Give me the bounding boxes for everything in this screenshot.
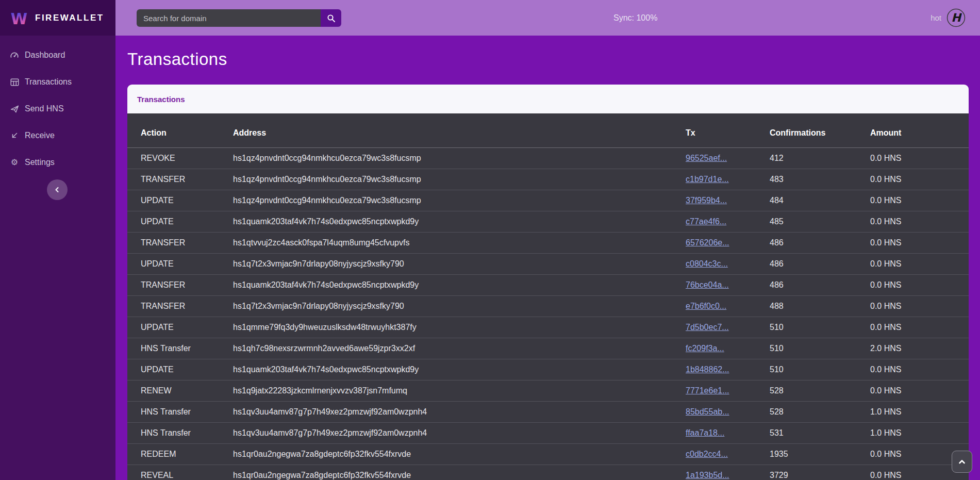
transactions-table: ActionAddressTxConfirmationsAmount REVOK… xyxy=(127,113,969,480)
cell-tx: 37f959b4... xyxy=(686,190,770,211)
table-row: TRANSFERhs1qtvvuj2zc4asck0fspa7l4uqm8umg… xyxy=(127,232,969,253)
handshake-logo-icon[interactable]: H xyxy=(946,8,966,27)
cell-action: REVOKE xyxy=(127,147,233,169)
page-title: Transactions xyxy=(127,49,980,69)
cell-tx: 76bce04a... xyxy=(686,274,770,295)
sidebar-item-receive[interactable]: Receive xyxy=(0,122,115,149)
cell-address: hs1qz4pnvdnt0ccg94nmkhcu0ezca79wc3s8fucs… xyxy=(233,169,686,190)
cell-address: hs1qr0au2ngegwa7za8gdeptc6fp32fkv554fxrv… xyxy=(233,465,686,480)
cell-address: hs1qtvvuj2zc4asck0fspa7l4uqm8umg45cfvupv… xyxy=(233,232,686,253)
cell-confirmations: 528 xyxy=(770,380,870,401)
tx-link[interactable]: 1b848862... xyxy=(686,365,729,374)
table-row: UPDATEhs1q7t2x3vmjac9n7drlapy08nyjyscjz9… xyxy=(127,253,969,274)
table-row: HNS Transferhs1qv3uu4amv87g7p7h49xez2pmz… xyxy=(127,401,969,422)
cell-confirmations: 510 xyxy=(770,317,870,338)
cell-action: TRANSFER xyxy=(127,274,233,295)
cell-amount: 0.0 HNS xyxy=(870,211,969,232)
transactions-table-wrap: ActionAddressTxConfirmationsAmount REVOK… xyxy=(127,113,969,480)
cell-amount: 0.0 HNS xyxy=(870,169,969,190)
cell-address: hs1quamk203taf4vk7h74s0edxpwc85ncptxwpkd… xyxy=(233,211,686,232)
tx-link[interactable]: fc209f3a... xyxy=(686,344,724,353)
cell-tx: 1b848862... xyxy=(686,359,770,380)
cell-confirmations: 486 xyxy=(770,232,870,253)
scroll-to-top-button[interactable] xyxy=(952,451,972,473)
cell-action: HNS Transfer xyxy=(127,422,233,443)
cell-tx: e7b6f0c0... xyxy=(686,295,770,317)
sidebar-collapse-button[interactable] xyxy=(47,179,68,200)
cell-confirmations: 528 xyxy=(770,401,870,422)
tx-link[interactable]: 96525aef... xyxy=(686,154,727,162)
cell-address: hs1qv3uu4amv87g7p7h49xez2pmzwjf92am0wzpn… xyxy=(233,422,686,443)
cell-confirmations: 510 xyxy=(770,359,870,380)
table-row: TRANSFERhs1q7t2x3vmjac9n7drlapy08nyjyscj… xyxy=(127,295,969,317)
tx-link[interactable]: c77ae4f6... xyxy=(686,217,726,226)
cell-confirmations: 486 xyxy=(770,274,870,295)
tx-link[interactable]: 7771e6e1... xyxy=(686,386,729,395)
cell-action: HNS Transfer xyxy=(127,338,233,359)
column-header-amount: Amount xyxy=(870,113,969,147)
tx-link[interactable]: c0804c3c... xyxy=(686,259,728,268)
tx-link[interactable]: c0db2cc4... xyxy=(686,450,728,458)
sidebar-nav: DashboardTransactionsSend HNSReceive⚙Set… xyxy=(0,36,115,176)
sidebar-item-send-hns[interactable]: Send HNS xyxy=(0,95,115,122)
table-row: RENEWhs1q9jatx22283jzkcmlrnenjxvvzv387js… xyxy=(127,380,969,401)
table-row: HNS Transferhs1qv3uu4amv87g7p7h49xez2pmz… xyxy=(127,422,969,443)
tx-link[interactable]: c1b97d1e... xyxy=(686,175,729,184)
cell-confirmations: 483 xyxy=(770,169,870,190)
sidebar-item-label: Dashboard xyxy=(25,51,65,60)
tx-link[interactable]: e7b6f0c0... xyxy=(686,302,726,310)
sidebar-item-label: Transactions xyxy=(25,77,72,87)
table-row: TRANSFERhs1qz4pnvdnt0ccg94nmkhcu0ezca79w… xyxy=(127,169,969,190)
cell-action: RENEW xyxy=(127,380,233,401)
chevron-up-icon xyxy=(958,458,966,466)
tx-link[interactable]: 1a193b5d... xyxy=(686,471,729,479)
cell-action: UPDATE xyxy=(127,253,233,274)
search-button[interactable] xyxy=(321,9,341,27)
wallet-menu[interactable]: hot H xyxy=(931,0,966,36)
table-row: REVOKEhs1qz4pnvdnt0ccg94nmkhcu0ezca79wc3… xyxy=(127,147,969,169)
cell-tx: ffaa7a18... xyxy=(686,422,770,443)
search-input[interactable] xyxy=(137,9,321,27)
sidebar-item-dashboard[interactable]: Dashboard xyxy=(0,42,115,69)
cell-action: UPDATE xyxy=(127,359,233,380)
chevron-left-icon xyxy=(53,186,61,194)
table-row: HNS Transferhs1qh7c98nexsrzwrmnh2avved6a… xyxy=(127,338,969,359)
cell-address: hs1quamk203taf4vk7h74s0edxpwc85ncptxwpkd… xyxy=(233,274,686,295)
cell-amount: 0.0 HNS xyxy=(870,295,969,317)
svg-text:W: W xyxy=(11,10,27,27)
tx-link[interactable]: ffaa7a18... xyxy=(686,428,724,437)
sidebar: W FIREWALLET DashboardTransactionsSend H… xyxy=(0,0,115,480)
sidebar-item-label: Send HNS xyxy=(25,104,64,113)
gear-icon: ⚙ xyxy=(10,158,19,167)
wallet-name: hot xyxy=(931,13,941,22)
transactions-table-body: REVOKEhs1qz4pnvdnt0ccg94nmkhcu0ezca79wc3… xyxy=(127,147,969,480)
card-header: Transactions xyxy=(127,85,969,113)
table-row: UPDATEhs1qz4pnvdnt0ccg94nmkhcu0ezca79wc3… xyxy=(127,190,969,211)
cell-tx: fc209f3a... xyxy=(686,338,770,359)
sidebar-item-label: Settings xyxy=(25,158,55,167)
cell-tx: 6576206e... xyxy=(686,232,770,253)
cell-amount: 0.0 HNS xyxy=(870,317,969,338)
cell-address: hs1qv3uu4amv87g7p7h49xez2pmzwjf92am0wzpn… xyxy=(233,401,686,422)
cell-confirmations: 510 xyxy=(770,338,870,359)
tx-link[interactable]: 85bd55ab... xyxy=(686,407,729,416)
brand[interactable]: W FIREWALLET xyxy=(0,0,115,36)
tx-link[interactable]: 7d5b0ec7... xyxy=(686,323,729,332)
cell-amount: 0.0 HNS xyxy=(870,190,969,211)
tx-link[interactable]: 76bce04a... xyxy=(686,280,729,289)
tx-link[interactable]: 6576206e... xyxy=(686,238,729,247)
column-header-confirmations: Confirmations xyxy=(770,113,870,147)
domain-search xyxy=(137,9,341,27)
sidebar-item-settings[interactable]: ⚙Settings xyxy=(0,149,115,176)
tx-link[interactable]: 37f959b4... xyxy=(686,196,727,205)
cell-address: hs1qz4pnvdnt0ccg94nmkhcu0ezca79wc3s8fucs… xyxy=(233,147,686,169)
cell-address: hs1quamk203taf4vk7h74s0edxpwc85ncptxwpkd… xyxy=(233,359,686,380)
brand-name: FIREWALLET xyxy=(35,13,104,23)
sidebar-item-transactions[interactable]: Transactions xyxy=(0,69,115,95)
cell-action: TRANSFER xyxy=(127,295,233,317)
cell-action: REDEEM xyxy=(127,443,233,465)
cell-address: hs1q7t2x3vmjac9n7drlapy08nyjyscjz9xsfky7… xyxy=(233,253,686,274)
cell-tx: c0db2cc4... xyxy=(686,443,770,465)
cell-address: hs1q9jatx22283jzkcmlrnenjxvvzv387jsn7mfu… xyxy=(233,380,686,401)
cell-confirmations: 488 xyxy=(770,295,870,317)
